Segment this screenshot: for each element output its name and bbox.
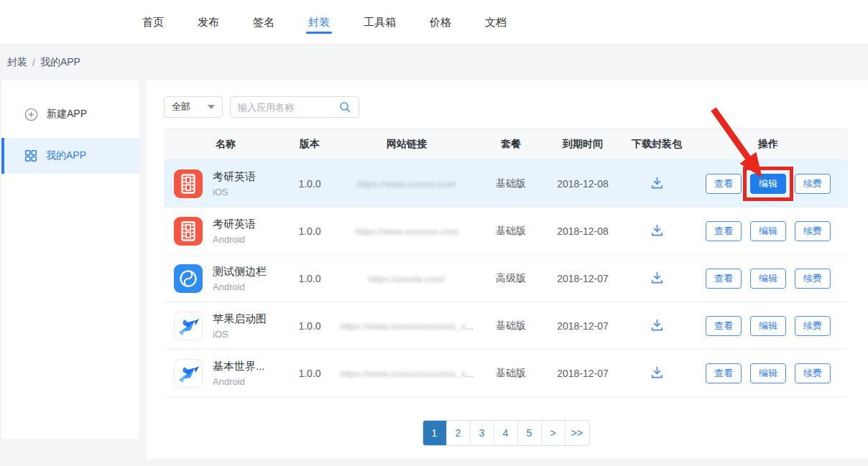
table-header-row: 名称版本网站链接套餐到期时间下载封装包操作 [164, 129, 848, 160]
sidebar-item-new-app[interactable]: 新建APP [1, 96, 139, 132]
edit-button-row-3[interactable]: 编辑 [750, 269, 786, 289]
app-version: 1.0.0 [287, 273, 332, 284]
renew-button-row-1[interactable]: 续费 [795, 174, 831, 194]
nav-tab-publish[interactable]: 发布 [198, 0, 219, 45]
app-name: 苹果启动图 [213, 312, 267, 326]
sidebar: 新建APP我的APP [1, 80, 139, 439]
app-table: 名称版本网站链接套餐到期时间下载封装包操作 考研英语 iOS 1.0.0 htt… [164, 128, 848, 397]
download-icon[interactable] [650, 365, 665, 380]
table-row: 测试侧边栏 Android 1.0.0 https://oooda.com/ 高… [164, 255, 848, 302]
app-platform: iOS [213, 329, 267, 340]
column-header: 到期时间 [540, 138, 625, 151]
download-icon[interactable] [650, 270, 665, 285]
next-page-button[interactable]: > [542, 421, 565, 445]
app-url-obscured: https://www.xxxxxx.com [332, 178, 481, 190]
breadcrumb-separator: / [32, 57, 35, 68]
app-url-obscured: https://www.xxxxxxxxxxxxxx_x... [332, 320, 481, 332]
app-name: 考研英语 [213, 218, 256, 231]
sidebar-item-label: 新建APP [47, 108, 87, 121]
blurred-url-text: https://www.xxxxxxxxxxxxxx_x [340, 368, 466, 379]
grid-icon [24, 149, 37, 162]
actions-cell: 查看编辑续费 [688, 174, 848, 194]
view-button-row-3[interactable]: 查看 [706, 269, 742, 289]
nav-tab-package[interactable]: 封装 [308, 0, 330, 45]
column-header: 名称 [164, 138, 287, 151]
breadcrumb-section[interactable]: 封装 [7, 56, 27, 69]
film-app-icon [174, 217, 203, 246]
pagination: 12345>>> [423, 420, 590, 446]
app-version: 1.0.0 [287, 368, 332, 379]
plan-badge: 基础版 [481, 320, 540, 332]
breadcrumb: 封装 / 我的APP [0, 45, 868, 80]
table-row: 基本世界... Android 1.0.0 https://www.xxxxxx… [164, 350, 848, 397]
column-header: 套餐 [481, 138, 540, 151]
nav-tab-price[interactable]: 价格 [430, 0, 451, 45]
app-version: 1.0.0 [287, 225, 332, 237]
blurred-url-text: https://www.xxxxxxxxxxxxxx_x [340, 321, 466, 332]
last-page-button[interactable]: >> [565, 421, 589, 445]
renew-button-row-5[interactable]: 续费 [795, 363, 831, 383]
renew-button-row-2[interactable]: 续费 [795, 221, 831, 241]
table-row: 苹果启动图 iOS 1.0.0 https://www.xxxxxxxxxxxx… [164, 302, 848, 350]
app-name: 基本世界... [213, 360, 265, 373]
page-button-4[interactable]: 4 [494, 421, 518, 445]
filter-row: 全部 [164, 96, 868, 118]
nav-tab-toolbox[interactable]: 工具箱 [364, 0, 396, 45]
page-button-2[interactable]: 2 [447, 421, 471, 445]
app-version: 1.0.0 [287, 320, 332, 332]
category-select-value: 全部 [172, 101, 190, 113]
column-header: 版本 [287, 138, 332, 151]
nav-tab-sign[interactable]: 签名 [253, 0, 274, 45]
page-button-1[interactable]: 1 [423, 421, 447, 445]
nav-tab-docs[interactable]: 文档 [485, 0, 507, 45]
renew-button-row-4[interactable]: 续费 [795, 316, 831, 336]
sidebar-item-my-app[interactable]: 我的APP [1, 138, 139, 174]
view-button-row-4[interactable]: 查看 [706, 316, 742, 336]
bird-app-icon [174, 359, 203, 388]
sidebar-item-label: 我的APP [46, 149, 86, 162]
actions-cell: 查看编辑续费 [688, 269, 848, 289]
top-nav: 首页发布签名封装工具箱价格文档 [0, 0, 868, 45]
blurred-url-text: https://oooda.com/ [369, 274, 445, 284]
search-input[interactable] [238, 102, 339, 113]
page-button-5[interactable]: 5 [518, 421, 542, 445]
app-name: 考研英语 [213, 170, 256, 184]
app-name: 测试侧边栏 [213, 265, 267, 279]
download-icon[interactable] [650, 317, 665, 332]
edit-button-row-5[interactable]: 编辑 [750, 363, 786, 383]
edit-button-row-2[interactable]: 编辑 [750, 221, 786, 241]
app-url-obscured: https://www.xxxxxxxxxxxxxx_x... [332, 368, 481, 379]
actions-cell: 查看编辑续费 [688, 363, 848, 383]
app-url-obscured: https://www.xxxxxxx.com [332, 225, 481, 237]
expiry-date: 2018-12-08 [540, 225, 625, 237]
page-button-3[interactable]: 3 [471, 421, 494, 445]
s-logo-app-icon [174, 264, 203, 293]
download-icon[interactable] [650, 175, 665, 190]
breadcrumb-current: 我的APP [40, 56, 80, 69]
app-platform: Android [213, 376, 265, 387]
category-select[interactable]: 全部 [164, 96, 223, 118]
download-icon[interactable] [650, 223, 665, 238]
plan-badge: 基础版 [481, 225, 540, 238]
edit-button-row-4[interactable]: 编辑 [750, 316, 786, 336]
plan-badge: 基础版 [481, 367, 540, 380]
expiry-date: 2018-12-08 [540, 178, 625, 190]
chevron-down-icon [208, 105, 215, 109]
actions-cell: 查看编辑续费 [688, 221, 848, 241]
blurred-url-text: https://www.xxxxxx.com [357, 179, 456, 190]
view-button-row-2[interactable]: 查看 [706, 221, 742, 241]
plus-circle-icon [24, 108, 38, 121]
actions-cell: 查看编辑续费 [688, 316, 848, 336]
app-version: 1.0.0 [287, 178, 332, 190]
search-icon[interactable] [339, 101, 351, 113]
expiry-date: 2018-12-07 [540, 368, 625, 379]
edit-button-highlighted[interactable]: 编辑 [750, 174, 786, 194]
nav-tab-home[interactable]: 首页 [142, 0, 164, 45]
view-button-row-1[interactable]: 查看 [706, 174, 742, 194]
main-panel: 全部 名称版本网站链接套餐到期时间下载封装包操作 考研英语 iOS 1.0.0 … [147, 80, 868, 459]
bird-app-icon [174, 312, 203, 340]
app-platform: iOS [213, 187, 256, 197]
view-button-row-5[interactable]: 查看 [706, 363, 742, 383]
expiry-date: 2018-12-07 [540, 320, 625, 332]
renew-button-row-3[interactable]: 续费 [795, 269, 831, 289]
